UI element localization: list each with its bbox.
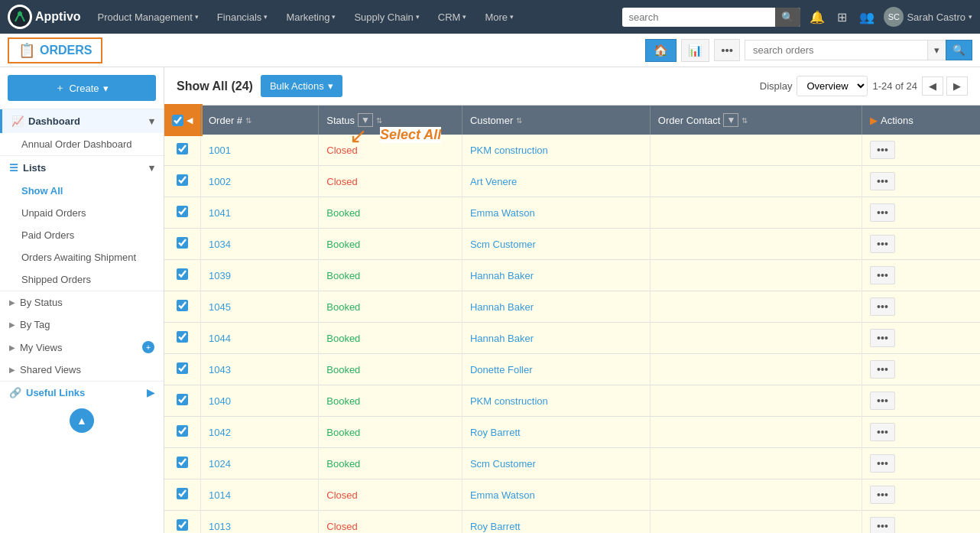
- order-number-link[interactable]: 1002: [209, 176, 231, 187]
- row-actions-cell[interactable]: •••: [862, 260, 980, 291]
- sidebar-item-unpaid-orders[interactable]: Unpaid Orders: [0, 202, 164, 224]
- scroll-up-button[interactable]: ▲: [70, 408, 94, 433]
- select-all-checkbox[interactable]: [172, 115, 183, 126]
- bulk-actions-button[interactable]: Bulk Actions ▾: [261, 75, 342, 97]
- search-button[interactable]: 🔍: [775, 8, 800, 27]
- sidebar-item-orders-awaiting[interactable]: Orders Awaiting Shipment: [0, 246, 164, 268]
- row-actions-cell[interactable]: •••: [862, 135, 980, 166]
- search-orders-go-button[interactable]: 🔍: [946, 40, 972, 60]
- search-input[interactable]: [622, 8, 775, 26]
- row-order-num[interactable]: 1040: [201, 385, 319, 417]
- order-number-link[interactable]: 1024: [209, 458, 231, 470]
- row-actions-button[interactable]: •••: [870, 392, 895, 410]
- row-actions-cell[interactable]: •••: [862, 354, 980, 385]
- row-checkbox[interactable]: [177, 519, 188, 531]
- search-orders-dropdown[interactable]: ▾: [928, 40, 946, 60]
- row-order-num[interactable]: 1024: [201, 448, 319, 479]
- order-number-link[interactable]: 1043: [209, 364, 231, 375]
- row-actions-button[interactable]: •••: [870, 172, 895, 190]
- row-actions-button[interactable]: •••: [870, 235, 895, 253]
- row-actions-button[interactable]: •••: [870, 517, 895, 533]
- order-number-link[interactable]: 1040: [209, 395, 231, 407]
- row-customer[interactable]: Scm Customer: [462, 229, 650, 260]
- row-checkbox[interactable]: [177, 237, 188, 249]
- row-checkbox[interactable]: [177, 300, 188, 311]
- row-actions-cell[interactable]: •••: [862, 166, 980, 197]
- nav-supply-chain[interactable]: Supply Chain ▾: [348, 8, 425, 26]
- row-checkbox-cell[interactable]: [164, 291, 201, 323]
- order-number-link[interactable]: 1013: [209, 521, 231, 532]
- row-checkbox[interactable]: [177, 143, 188, 154]
- row-checkbox-cell[interactable]: [164, 260, 201, 291]
- col-order-contact[interactable]: Order Contact ▼ ⇅: [650, 106, 862, 135]
- row-order-num[interactable]: 1045: [201, 291, 319, 323]
- order-number-link[interactable]: 1041: [209, 207, 231, 219]
- row-order-num[interactable]: 1044: [201, 323, 319, 354]
- customer-link[interactable]: Emma Watson: [470, 489, 535, 501]
- collapse-col-icon[interactable]: ◀: [187, 115, 193, 125]
- nav-crm[interactable]: CRM ▾: [432, 8, 473, 26]
- row-customer[interactable]: PKM construction: [462, 135, 650, 166]
- customer-link[interactable]: Art Venere: [470, 176, 517, 187]
- col-customer[interactable]: Customer ⇅: [462, 106, 650, 135]
- row-actions-cell[interactable]: •••: [862, 479, 980, 511]
- row-checkbox[interactable]: [177, 362, 188, 374]
- row-customer[interactable]: Roy Barrett: [462, 417, 650, 448]
- create-button[interactable]: ＋ Create ▾: [8, 75, 156, 101]
- row-actions-cell[interactable]: •••: [862, 511, 980, 534]
- row-checkbox[interactable]: [177, 488, 188, 499]
- filter-icon[interactable]: ▼: [723, 113, 738, 127]
- add-view-button[interactable]: +: [142, 341, 154, 353]
- grid-icon[interactable]: ⊞: [834, 7, 850, 28]
- sidebar-item-by-status[interactable]: ▶ By Status: [0, 291, 164, 314]
- chart-button[interactable]: 📊: [681, 39, 709, 62]
- customer-link[interactable]: PKM construction: [470, 145, 548, 156]
- row-order-num[interactable]: 1043: [201, 354, 319, 385]
- user-menu[interactable]: SC Sarah Castro ▾: [884, 7, 972, 27]
- sidebar-item-useful-links[interactable]: 🔗 Useful Links ▶: [0, 382, 164, 404]
- row-actions-button[interactable]: •••: [870, 329, 895, 347]
- customer-link[interactable]: PKM construction: [470, 395, 548, 407]
- order-number-link[interactable]: 1039: [209, 270, 231, 281]
- row-order-num[interactable]: 1039: [201, 260, 319, 291]
- display-select[interactable]: Overview: [797, 76, 868, 96]
- row-customer[interactable]: Emma Watson: [462, 479, 650, 511]
- sidebar-item-by-tag[interactable]: ▶ By Tag: [0, 314, 164, 336]
- customer-link[interactable]: Hannah Baker: [470, 333, 534, 344]
- row-checkbox-cell[interactable]: [164, 448, 201, 479]
- customer-link[interactable]: Donette Foller: [470, 364, 533, 375]
- order-number-link[interactable]: 1045: [209, 301, 231, 313]
- row-actions-cell[interactable]: •••: [862, 291, 980, 323]
- row-customer[interactable]: PKM construction: [462, 385, 650, 417]
- sidebar-item-dashboard[interactable]: 📈 Dashboard ▾: [0, 109, 164, 133]
- order-number-link[interactable]: 1042: [209, 427, 231, 438]
- prev-page-button[interactable]: ◀: [922, 76, 943, 96]
- row-actions-cell[interactable]: •••: [862, 323, 980, 354]
- row-actions-cell[interactable]: •••: [862, 385, 980, 417]
- nav-marketing[interactable]: Marketing ▾: [280, 8, 342, 26]
- row-actions-button[interactable]: •••: [870, 454, 895, 473]
- row-customer[interactable]: Scm Customer: [462, 448, 650, 479]
- row-order-num[interactable]: 1034: [201, 229, 319, 260]
- row-order-num[interactable]: 1002: [201, 166, 319, 197]
- order-number-link[interactable]: 1014: [209, 489, 231, 501]
- sidebar-item-shipped-orders[interactable]: Shipped Orders: [0, 268, 164, 291]
- row-customer[interactable]: Roy Barrett: [462, 511, 650, 534]
- bell-icon[interactable]: 🔔: [806, 7, 828, 28]
- row-order-num[interactable]: 1042: [201, 417, 319, 448]
- row-order-num[interactable]: 1013: [201, 511, 319, 534]
- nav-financials[interactable]: Financials ▾: [211, 8, 274, 26]
- home-button[interactable]: 🏠: [645, 39, 677, 62]
- customer-link[interactable]: Roy Barrett: [470, 521, 521, 532]
- next-page-button[interactable]: ▶: [946, 76, 968, 96]
- row-customer[interactable]: Hannah Baker: [462, 323, 650, 354]
- row-actions-button[interactable]: •••: [870, 423, 895, 441]
- row-checkbox[interactable]: [177, 206, 188, 217]
- customer-link[interactable]: Hannah Baker: [470, 301, 534, 313]
- row-actions-cell[interactable]: •••: [862, 229, 980, 260]
- row-checkbox[interactable]: [177, 174, 188, 186]
- sidebar-item-paid-orders[interactable]: Paid Orders: [0, 224, 164, 246]
- order-number-link[interactable]: 1044: [209, 333, 231, 344]
- people-icon[interactable]: 👥: [856, 7, 878, 28]
- sidebar-item-shared-views[interactable]: ▶ Shared Views: [0, 359, 164, 381]
